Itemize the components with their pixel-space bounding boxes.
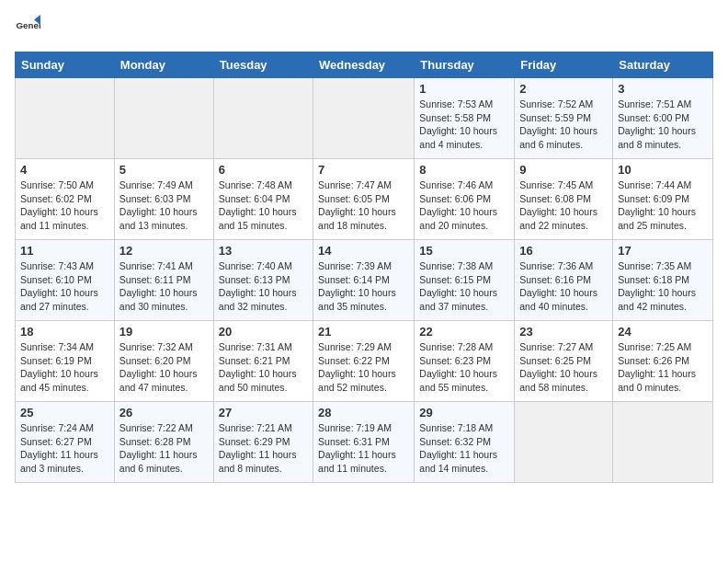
day-cell: 22Sunrise: 7:28 AM Sunset: 6:23 PM Dayli… bbox=[415, 321, 515, 402]
day-cell: 9Sunrise: 7:45 AM Sunset: 6:08 PM Daylig… bbox=[515, 159, 613, 240]
day-number: 23 bbox=[519, 325, 608, 339]
day-detail: Sunrise: 7:32 AM Sunset: 6:20 PM Dayligh… bbox=[119, 340, 209, 395]
day-cell: 24Sunrise: 7:25 AM Sunset: 6:26 PM Dayli… bbox=[613, 321, 713, 402]
day-cell bbox=[515, 402, 613, 483]
day-number: 15 bbox=[419, 244, 509, 258]
col-header-friday: Friday bbox=[515, 52, 613, 78]
week-row: 18Sunrise: 7:34 AM Sunset: 6:19 PM Dayli… bbox=[16, 321, 713, 402]
day-number: 19 bbox=[119, 325, 209, 339]
day-detail: Sunrise: 7:50 AM Sunset: 6:02 PM Dayligh… bbox=[20, 178, 109, 233]
day-cell: 1Sunrise: 7:53 AM Sunset: 5:58 PM Daylig… bbox=[415, 78, 515, 159]
day-cell: 5Sunrise: 7:49 AM Sunset: 6:03 PM Daylig… bbox=[114, 159, 213, 240]
day-detail: Sunrise: 7:40 AM Sunset: 6:13 PM Dayligh… bbox=[219, 259, 308, 314]
col-header-monday: Monday bbox=[114, 52, 213, 78]
day-number: 25 bbox=[20, 406, 109, 419]
day-detail: Sunrise: 7:35 AM Sunset: 6:18 PM Dayligh… bbox=[618, 259, 708, 314]
day-cell: 13Sunrise: 7:40 AM Sunset: 6:13 PM Dayli… bbox=[213, 240, 313, 321]
col-header-thursday: Thursday bbox=[415, 52, 515, 78]
day-number: 20 bbox=[219, 325, 308, 339]
day-cell bbox=[313, 78, 415, 159]
day-number: 10 bbox=[618, 163, 708, 177]
day-number: 24 bbox=[618, 325, 708, 339]
day-number: 13 bbox=[219, 244, 308, 258]
col-header-saturday: Saturday bbox=[613, 52, 713, 78]
day-detail: Sunrise: 7:21 AM Sunset: 6:29 PM Dayligh… bbox=[219, 421, 308, 476]
day-detail: Sunrise: 7:41 AM Sunset: 6:11 PM Dayligh… bbox=[119, 259, 209, 314]
day-detail: Sunrise: 7:53 AM Sunset: 5:58 PM Dayligh… bbox=[419, 98, 509, 152]
day-cell: 4Sunrise: 7:50 AM Sunset: 6:02 PM Daylig… bbox=[16, 159, 115, 240]
day-detail: Sunrise: 7:45 AM Sunset: 6:08 PM Dayligh… bbox=[519, 178, 608, 233]
day-number: 22 bbox=[419, 325, 509, 339]
day-number: 26 bbox=[119, 406, 209, 419]
day-detail: Sunrise: 7:48 AM Sunset: 6:04 PM Dayligh… bbox=[219, 178, 308, 233]
page-header: General bbox=[15, 15, 713, 40]
day-number: 5 bbox=[119, 163, 209, 177]
day-number: 12 bbox=[119, 244, 209, 258]
day-number: 1 bbox=[419, 82, 509, 96]
logo: General bbox=[15, 15, 44, 40]
day-cell: 20Sunrise: 7:31 AM Sunset: 6:21 PM Dayli… bbox=[213, 321, 313, 402]
day-detail: Sunrise: 7:19 AM Sunset: 6:31 PM Dayligh… bbox=[318, 421, 409, 476]
day-number: 27 bbox=[219, 406, 308, 419]
day-cell: 7Sunrise: 7:47 AM Sunset: 6:05 PM Daylig… bbox=[313, 159, 415, 240]
logo-icon: General bbox=[15, 15, 40, 40]
day-cell: 14Sunrise: 7:39 AM Sunset: 6:14 PM Dayli… bbox=[313, 240, 415, 321]
day-number: 17 bbox=[618, 244, 708, 258]
day-detail: Sunrise: 7:27 AM Sunset: 6:25 PM Dayligh… bbox=[519, 340, 608, 395]
week-row: 25Sunrise: 7:24 AM Sunset: 6:27 PM Dayli… bbox=[16, 402, 713, 483]
day-number: 4 bbox=[20, 163, 109, 177]
day-cell: 25Sunrise: 7:24 AM Sunset: 6:27 PM Dayli… bbox=[16, 402, 115, 483]
day-cell bbox=[613, 402, 713, 483]
day-cell: 27Sunrise: 7:21 AM Sunset: 6:29 PM Dayli… bbox=[213, 402, 313, 483]
day-number: 28 bbox=[318, 406, 409, 419]
day-detail: Sunrise: 7:51 AM Sunset: 6:00 PM Dayligh… bbox=[618, 98, 708, 152]
day-cell: 8Sunrise: 7:46 AM Sunset: 6:06 PM Daylig… bbox=[415, 159, 515, 240]
day-cell: 23Sunrise: 7:27 AM Sunset: 6:25 PM Dayli… bbox=[515, 321, 613, 402]
day-cell: 18Sunrise: 7:34 AM Sunset: 6:19 PM Dayli… bbox=[16, 321, 115, 402]
week-row: 11Sunrise: 7:43 AM Sunset: 6:10 PM Dayli… bbox=[16, 240, 713, 321]
day-cell: 11Sunrise: 7:43 AM Sunset: 6:10 PM Dayli… bbox=[16, 240, 115, 321]
svg-text:General: General bbox=[16, 20, 40, 30]
day-detail: Sunrise: 7:47 AM Sunset: 6:05 PM Dayligh… bbox=[318, 178, 409, 233]
day-number: 18 bbox=[20, 325, 109, 339]
day-cell: 26Sunrise: 7:22 AM Sunset: 6:28 PM Dayli… bbox=[114, 402, 213, 483]
day-cell: 16Sunrise: 7:36 AM Sunset: 6:16 PM Dayli… bbox=[515, 240, 613, 321]
day-detail: Sunrise: 7:36 AM Sunset: 6:16 PM Dayligh… bbox=[519, 259, 608, 314]
day-detail: Sunrise: 7:46 AM Sunset: 6:06 PM Dayligh… bbox=[419, 178, 509, 233]
day-cell: 10Sunrise: 7:44 AM Sunset: 6:09 PM Dayli… bbox=[613, 159, 713, 240]
day-cell bbox=[16, 78, 115, 159]
day-number: 29 bbox=[419, 406, 509, 419]
day-detail: Sunrise: 7:18 AM Sunset: 6:32 PM Dayligh… bbox=[419, 421, 509, 476]
day-number: 11 bbox=[20, 244, 109, 258]
header-row: SundayMondayTuesdayWednesdayThursdayFrid… bbox=[16, 52, 713, 78]
day-detail: Sunrise: 7:43 AM Sunset: 6:10 PM Dayligh… bbox=[20, 259, 109, 314]
day-detail: Sunrise: 7:28 AM Sunset: 6:23 PM Dayligh… bbox=[419, 340, 509, 395]
col-header-wednesday: Wednesday bbox=[313, 52, 415, 78]
calendar-table: SundayMondayTuesdayWednesdayThursdayFrid… bbox=[15, 52, 713, 483]
day-number: 6 bbox=[219, 163, 308, 177]
day-detail: Sunrise: 7:24 AM Sunset: 6:27 PM Dayligh… bbox=[20, 421, 109, 476]
day-cell: 29Sunrise: 7:18 AM Sunset: 6:32 PM Dayli… bbox=[415, 402, 515, 483]
day-detail: Sunrise: 7:29 AM Sunset: 6:22 PM Dayligh… bbox=[318, 340, 409, 395]
col-header-tuesday: Tuesday bbox=[213, 52, 313, 78]
day-detail: Sunrise: 7:44 AM Sunset: 6:09 PM Dayligh… bbox=[618, 178, 708, 233]
day-cell: 15Sunrise: 7:38 AM Sunset: 6:15 PM Dayli… bbox=[415, 240, 515, 321]
day-cell: 3Sunrise: 7:51 AM Sunset: 6:00 PM Daylig… bbox=[613, 78, 713, 159]
day-cell: 12Sunrise: 7:41 AM Sunset: 6:11 PM Dayli… bbox=[114, 240, 213, 321]
day-number: 3 bbox=[618, 82, 708, 96]
day-cell: 19Sunrise: 7:32 AM Sunset: 6:20 PM Dayli… bbox=[114, 321, 213, 402]
day-detail: Sunrise: 7:49 AM Sunset: 6:03 PM Dayligh… bbox=[119, 178, 209, 233]
day-cell: 6Sunrise: 7:48 AM Sunset: 6:04 PM Daylig… bbox=[213, 159, 313, 240]
day-detail: Sunrise: 7:34 AM Sunset: 6:19 PM Dayligh… bbox=[20, 340, 109, 395]
day-number: 8 bbox=[419, 163, 509, 177]
day-number: 7 bbox=[318, 163, 409, 177]
day-number: 2 bbox=[519, 82, 608, 96]
day-cell: 28Sunrise: 7:19 AM Sunset: 6:31 PM Dayli… bbox=[313, 402, 415, 483]
week-row: 1Sunrise: 7:53 AM Sunset: 5:58 PM Daylig… bbox=[16, 78, 713, 159]
day-number: 9 bbox=[519, 163, 608, 177]
day-cell bbox=[213, 78, 313, 159]
day-detail: Sunrise: 7:22 AM Sunset: 6:28 PM Dayligh… bbox=[119, 421, 209, 476]
day-detail: Sunrise: 7:39 AM Sunset: 6:14 PM Dayligh… bbox=[318, 259, 409, 314]
day-detail: Sunrise: 7:52 AM Sunset: 5:59 PM Dayligh… bbox=[519, 98, 608, 152]
day-cell: 17Sunrise: 7:35 AM Sunset: 6:18 PM Dayli… bbox=[613, 240, 713, 321]
